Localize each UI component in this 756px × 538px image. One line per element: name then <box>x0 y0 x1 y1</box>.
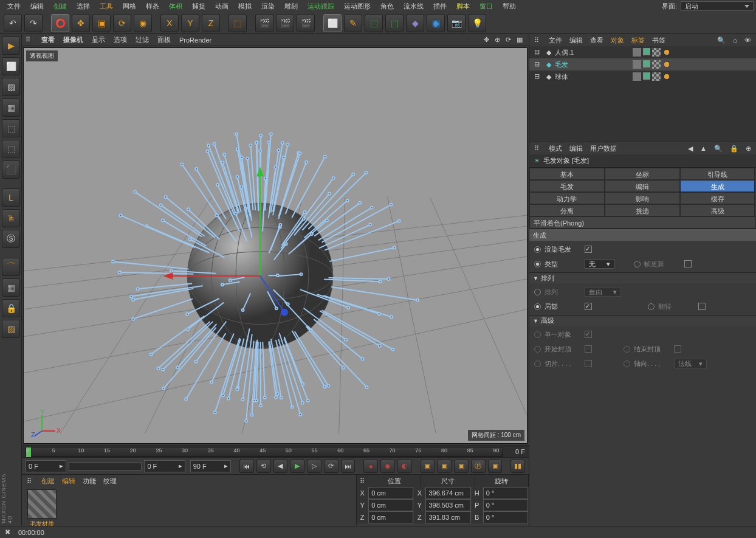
menu-character[interactable]: 角色 <box>376 1 399 12</box>
menu-create[interactable]: 创建 <box>49 1 72 12</box>
tab-coords[interactable]: 坐标 <box>605 168 680 180</box>
nav-up-icon[interactable]: ▲ <box>700 145 707 152</box>
menu-mtrack[interactable]: 运动跟踪 <box>303 1 339 12</box>
nav-back-icon[interactable]: ◀ <box>688 145 693 153</box>
menu-mograph[interactable]: 运动图形 <box>339 1 376 12</box>
tab-advanced[interactable]: 高级 <box>680 204 755 216</box>
tab-generate[interactable]: 生成 <box>680 180 755 192</box>
nav-zoom-icon[interactable]: ⊕ <box>495 36 503 44</box>
search-icon[interactable]: 🔍 <box>717 36 726 44</box>
point-mode[interactable]: ⬚ <box>2 119 20 137</box>
model-mode[interactable]: ⬜ <box>2 57 20 75</box>
obj-menu-bookmarks[interactable]: 书签 <box>652 36 665 45</box>
refresh-radio[interactable] <box>634 261 641 267</box>
tree-item[interactable]: ⊟◆球体 <box>529 71 756 83</box>
tab-separate[interactable]: 分离 <box>529 204 605 216</box>
tree-item[interactable]: ⊟◆毛发 <box>529 58 756 71</box>
play-button[interactable]: ▶ <box>290 460 304 473</box>
obj-menu-view[interactable]: 查看 <box>590 36 603 45</box>
search-icon[interactable]: 🔍 <box>714 145 723 153</box>
tab-phong[interactable]: 平滑着色(Phong) <box>529 216 756 229</box>
axis-mode[interactable]: L <box>2 188 20 207</box>
soft-select[interactable]: ⌒ <box>2 258 20 276</box>
tab-cache[interactable]: 缓存 <box>680 192 755 204</box>
menu-select[interactable]: 选择 <box>72 1 95 12</box>
group-advanced[interactable]: ▼高级 <box>529 315 756 326</box>
mat-menu-tex[interactable]: 纹理 <box>103 477 117 486</box>
render-hair-check[interactable] <box>585 246 592 253</box>
add-deformer[interactable]: ◆ <box>406 14 424 32</box>
add-generator[interactable]: ⬚ <box>365 14 383 32</box>
obj-menu-obj[interactable]: 对象 <box>611 36 624 45</box>
undo-button[interactable]: ↶ <box>4 14 22 32</box>
poly-mode[interactable]: ⬛ <box>2 160 20 179</box>
aux-mode[interactable]: ▨ <box>2 320 20 338</box>
menu-edit[interactable]: 编辑 <box>26 1 49 12</box>
next-frame-button[interactable]: ▷ <box>307 460 321 473</box>
tree-item[interactable]: ⊟◆人偶.1 <box>529 46 756 58</box>
home-icon[interactable]: ⌂ <box>733 36 737 44</box>
tab-guides[interactable]: 引导线 <box>680 168 755 180</box>
edge-mode[interactable]: ⬚ <box>2 140 20 158</box>
menu-sculpt[interactable]: 雕刻 <box>280 1 303 12</box>
y-axis-lock[interactable]: Y <box>181 14 199 32</box>
key-param[interactable]: Ⓟ <box>471 460 486 473</box>
local-radio[interactable] <box>534 303 541 310</box>
attr-menu-edit[interactable]: 编辑 <box>569 144 583 153</box>
view-prorender[interactable]: ProRender <box>179 36 211 44</box>
tab-edit[interactable]: 编辑 <box>605 180 680 192</box>
tab-hair[interactable]: 毛发 <box>529 180 605 192</box>
tab-dynamics[interactable]: 动力学 <box>529 192 605 204</box>
range-slider[interactable] <box>69 462 142 471</box>
record-button[interactable]: ● <box>363 460 378 473</box>
viewport[interactable]: 透视视图 网格间距 : 100 cm X Y Z <box>23 47 527 444</box>
menu-render[interactable]: 渲染 <box>256 1 280 12</box>
arrange-radio[interactable] <box>534 289 541 295</box>
lock-icon[interactable]: 🔒 <box>730 145 738 153</box>
render-view[interactable]: 🎬 <box>255 14 273 32</box>
goto-start-button[interactable]: ⏮ <box>239 460 254 473</box>
goto-end-button[interactable]: ⏭ <box>341 460 356 473</box>
autokey-button[interactable]: ◉ <box>380 460 395 473</box>
add-environment[interactable]: ▦ <box>427 14 445 32</box>
texture-mode[interactable]: ▨ <box>2 78 20 96</box>
menu-anim[interactable]: 动画 <box>210 1 233 12</box>
add-cube[interactable]: ⬜ <box>323 14 342 32</box>
add-light[interactable]: 💡 <box>468 14 486 32</box>
add-camera[interactable]: 📷 <box>447 14 466 32</box>
prev-frame-button[interactable]: ◀ <box>273 460 288 473</box>
make-editable[interactable]: ▶ <box>2 36 20 55</box>
menu-sim[interactable]: 模拟 <box>233 1 256 12</box>
flip-check[interactable] <box>698 303 706 310</box>
key-scl[interactable]: ▣ <box>437 460 452 473</box>
arrange-select[interactable]: 自由▾ <box>585 287 621 297</box>
next-key-button[interactable]: ⟳ <box>324 460 338 473</box>
nav-layout-icon[interactable]: ▦ <box>517 36 525 44</box>
range-end-field[interactable]: 90 F▸ <box>190 460 231 472</box>
render-settings[interactable]: 🎬 <box>276 14 294 32</box>
obj-menu-file[interactable]: 文件 <box>549 36 562 45</box>
scale-tool[interactable]: ▣ <box>92 14 111 32</box>
key-pos[interactable]: ▣ <box>421 460 435 473</box>
type-select[interactable]: 无▾ <box>585 259 614 269</box>
menu-tools[interactable]: 工具 <box>95 1 118 12</box>
menu-script[interactable]: 脚本 <box>452 1 475 12</box>
obj-menu-tags[interactable]: 标签 <box>631 36 645 45</box>
group-arrange[interactable]: ▼排列 <box>529 272 756 283</box>
key-pla[interactable]: ▣ <box>488 460 503 473</box>
eye-icon[interactable]: 👁 <box>744 36 751 44</box>
mat-menu-edit[interactable]: 编辑 <box>62 477 75 486</box>
view-panel[interactable]: 面板 <box>157 35 171 44</box>
viewport-solo[interactable]: ▦ <box>2 278 20 297</box>
menu-plugins[interactable]: 插件 <box>428 1 452 12</box>
mat-menu-create[interactable]: 创建 <box>41 477 55 486</box>
nav-pan-icon[interactable]: ✥ <box>484 36 492 44</box>
tab-basic[interactable]: 基本 <box>529 168 605 180</box>
tweak-mode[interactable]: 🖱 <box>2 209 20 227</box>
menu-spline[interactable]: 样条 <box>141 1 164 12</box>
view-view[interactable]: 查看 <box>41 35 55 44</box>
render-pv[interactable]: 🎬 <box>297 14 315 32</box>
menu-window[interactable]: 窗口 <box>475 1 498 12</box>
live-select-tool[interactable]: ⭕ <box>51 14 69 32</box>
flip-radio[interactable] <box>648 303 655 310</box>
